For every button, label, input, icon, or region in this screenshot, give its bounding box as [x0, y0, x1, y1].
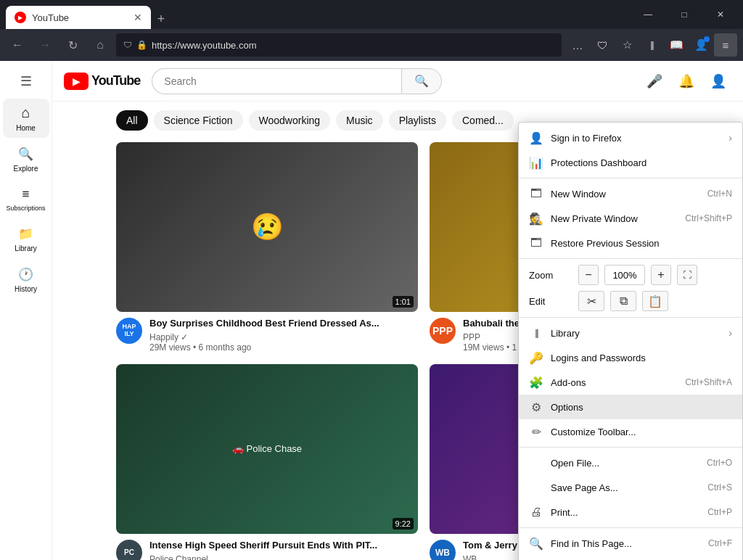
- sidebar-label-subscriptions: Subscriptions: [6, 205, 45, 212]
- filter-chip-woodworking[interactable]: Woodworking: [249, 110, 331, 131]
- cut-button[interactable]: ✂: [578, 291, 604, 311]
- menu-item-label: Library: [551, 328, 721, 339]
- back-button[interactable]: ←: [6, 33, 29, 57]
- arrow-icon: ›: [728, 327, 732, 339]
- notifications-button[interactable]: 🔔: [673, 68, 699, 94]
- options-icon: ⚙: [529, 400, 543, 414]
- bookmarks-library-button[interactable]: |||: [640, 33, 663, 57]
- sidebar-label-library: Library: [15, 244, 37, 252]
- menu-item-addons[interactable]: 🧩 Add-ons Ctrl+Shift+A: [519, 370, 742, 395]
- menu-item-customize-toolbar[interactable]: ✏ Customize Toolbar...: [519, 419, 742, 444]
- home-button[interactable]: ⌂: [89, 33, 112, 57]
- sign-in-icon: 👤: [529, 131, 543, 145]
- refresh-button[interactable]: ↻: [61, 33, 84, 57]
- menu-item-label: Find in This Page...: [551, 538, 701, 549]
- pocket-button[interactable]: 🛡: [591, 33, 614, 57]
- sidebar-item-home[interactable]: ⌂ Home: [3, 99, 49, 138]
- arrow-icon: ›: [728, 132, 732, 144]
- active-tab[interactable]: ▶ YouTube ✕: [6, 6, 151, 29]
- account-button[interactable]: 👤: [705, 68, 731, 94]
- video-card[interactable]: 🚗 Police Chase 9:22 PC Intense High Spee…: [116, 364, 418, 560]
- sidebar-item-library[interactable]: 📁 Library: [3, 221, 49, 258]
- filter-chip-all[interactable]: All: [116, 110, 148, 131]
- copy-button[interactable]: ⧉: [610, 291, 636, 311]
- print-icon: 🖨: [529, 505, 543, 519]
- menu-item-restore-session[interactable]: 🗔 Restore Previous Session: [519, 231, 742, 255]
- menu-item-print[interactable]: 🖨 Print... Ctrl+P: [519, 500, 742, 524]
- menu-divider: [519, 317, 742, 318]
- menu-item-new-window[interactable]: 🗔 New Window Ctrl+N: [519, 181, 742, 206]
- filter-chip-comedy[interactable]: Comed...: [452, 110, 514, 131]
- search-input[interactable]: [152, 68, 401, 94]
- menu-divider: [519, 258, 742, 259]
- sidebar-menu-button[interactable]: ☰: [12, 67, 41, 96]
- video-card[interactable]: 😢 1:01 HAPILY Boy Surprises Childhood Be…: [116, 142, 418, 353]
- minimize-button[interactable]: —: [631, 3, 665, 26]
- menu-item-label: Protections Dashboard: [551, 157, 732, 168]
- bookmark-button[interactable]: ☆: [615, 33, 639, 57]
- save-page-icon: [529, 480, 543, 495]
- maximize-button[interactable]: □: [668, 3, 701, 26]
- sidebar-item-history[interactable]: 🕐 History: [3, 261, 49, 299]
- youtube-logo[interactable]: ▶ YouTube: [64, 73, 140, 90]
- tab-favicon: ▶: [15, 12, 26, 23]
- close-button[interactable]: ✕: [704, 3, 737, 26]
- header-actions: 🎤 🔔 👤: [641, 68, 731, 94]
- menu-item-save-page[interactable]: Save Page As... Ctrl+S: [519, 475, 742, 500]
- video-thumbnail: 😢 1:01: [116, 142, 418, 312]
- explore-icon: 🔍: [18, 147, 33, 162]
- zoom-out-button[interactable]: −: [578, 265, 599, 285]
- customize-icon: ✏: [529, 424, 543, 439]
- logins-icon: 🔑: [529, 350, 543, 365]
- youtube-logo-text: YouTube: [91, 73, 140, 88]
- url-text: https://www.youtube.com: [152, 40, 257, 51]
- paste-button[interactable]: 📋: [642, 291, 668, 311]
- sidebar-item-explore[interactable]: 🔍 Explore: [3, 141, 49, 178]
- menu-item-options[interactable]: ⚙ Options: [519, 395, 742, 419]
- video-info: HAPILY Boy Surprises Childhood Best Frie…: [116, 318, 418, 353]
- history-icon: 🕐: [18, 267, 33, 282]
- firefox-menu-button[interactable]: ≡: [714, 33, 737, 57]
- address-bar[interactable]: 🛡 🔒 https://www.youtube.com: [116, 33, 562, 57]
- menu-item-more[interactable]: More ›: [519, 556, 742, 560]
- reader-view-button[interactable]: 📖: [665, 33, 688, 57]
- profile-button[interactable]: 👤: [689, 33, 713, 57]
- video-title: Intense High Speed Sheriff Pursuit Ends …: [149, 540, 418, 552]
- menu-item-find[interactable]: 🔍 Find in This Page... Ctrl+F: [519, 531, 742, 556]
- sidebar-label-explore: Explore: [14, 165, 38, 173]
- navigation-bar: ← → ↻ ⌂ 🛡 🔒 https://www.youtube.com … 🛡 …: [0, 29, 743, 61]
- filter-chip-music[interactable]: Music: [336, 110, 383, 131]
- menu-item-label: Print...: [551, 507, 700, 518]
- tab-close-button[interactable]: ✕: [134, 12, 142, 23]
- keyboard-shortcut: Ctrl+O: [707, 458, 732, 468]
- channel-avatar: PPP: [430, 318, 456, 344]
- fullscreen-button[interactable]: ⛶: [677, 265, 697, 285]
- menu-item-label: Options: [551, 402, 732, 413]
- edit-label: Edit: [529, 296, 572, 307]
- new-tab-button[interactable]: +: [151, 9, 171, 29]
- tab-title: YouTube: [32, 12, 69, 23]
- library-icon: 📁: [18, 226, 33, 242]
- search-button[interactable]: 🔍: [401, 68, 442, 94]
- forward-button[interactable]: →: [33, 33, 57, 57]
- menu-item-sign-in[interactable]: 👤 Sign in to Firefox ›: [519, 125, 742, 150]
- restore-icon: 🗔: [529, 236, 543, 250]
- menu-item-library[interactable]: ||| Library ›: [519, 321, 742, 345]
- more-tools-button[interactable]: …: [566, 33, 589, 57]
- sidebar-item-subscriptions[interactable]: ≡ Subscriptions: [3, 181, 49, 218]
- find-icon: 🔍: [529, 536, 543, 551]
- channel-avatar: WB: [430, 540, 456, 560]
- filter-chip-playlists[interactable]: Playlists: [389, 110, 446, 131]
- home-icon: ⌂: [21, 104, 30, 121]
- menu-divider: [519, 527, 742, 528]
- menu-item-logins[interactable]: 🔑 Logins and Passwords: [519, 345, 742, 370]
- microphone-button[interactable]: 🎤: [641, 68, 668, 94]
- menu-item-protections-dashboard[interactable]: 📊 Protections Dashboard: [519, 150, 742, 175]
- security-icon: 🛡: [123, 40, 132, 50]
- menu-item-new-private-window[interactable]: 🕵 New Private Window Ctrl+Shift+P: [519, 206, 742, 231]
- menu-item-open-file[interactable]: Open File... Ctrl+O: [519, 450, 742, 475]
- zoom-in-button[interactable]: +: [651, 265, 671, 285]
- library-icon: |||: [529, 326, 543, 340]
- filter-chip-scifi[interactable]: Science Fiction: [154, 110, 243, 131]
- menu-item-label: New Window: [551, 189, 700, 199]
